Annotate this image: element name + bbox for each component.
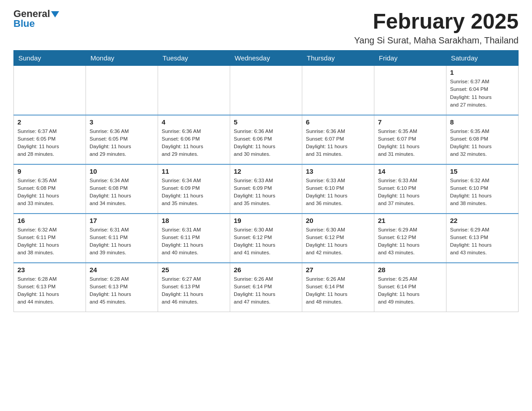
day-number: 8 (450, 118, 515, 126)
day-number: 15 (450, 167, 515, 175)
day-info: Sunrise: 6:28 AM Sunset: 6:13 PM Dayligh… (90, 275, 154, 306)
calendar-cell (302, 66, 374, 115)
calendar-cell: 23Sunrise: 6:28 AM Sunset: 6:13 PM Dayli… (14, 263, 86, 312)
day-info: Sunrise: 6:26 AM Sunset: 6:14 PM Dayligh… (306, 275, 370, 306)
day-info: Sunrise: 6:36 AM Sunset: 6:05 PM Dayligh… (90, 128, 154, 158)
calendar-week-row: 2Sunrise: 6:37 AM Sunset: 6:05 PM Daylig… (14, 115, 519, 164)
day-number: 13 (306, 167, 370, 175)
day-info: Sunrise: 6:28 AM Sunset: 6:13 PM Dayligh… (17, 275, 82, 306)
calendar-cell: 8Sunrise: 6:35 AM Sunset: 6:08 PM Daylig… (446, 115, 519, 164)
day-number: 3 (90, 118, 154, 126)
day-info: Sunrise: 6:33 AM Sunset: 6:10 PM Dayligh… (378, 177, 442, 208)
calendar-cell: 22Sunrise: 6:29 AM Sunset: 6:13 PM Dayli… (446, 214, 519, 263)
calendar-week-row: 1Sunrise: 6:37 AM Sunset: 6:04 PM Daylig… (14, 66, 519, 115)
day-info: Sunrise: 6:29 AM Sunset: 6:13 PM Dayligh… (450, 226, 515, 257)
day-of-week-header: Friday (374, 51, 446, 66)
calendar-cell: 27Sunrise: 6:26 AM Sunset: 6:14 PM Dayli… (302, 263, 374, 312)
calendar-cell: 12Sunrise: 6:33 AM Sunset: 6:09 PM Dayli… (230, 164, 302, 214)
calendar-week-row: 23Sunrise: 6:28 AM Sunset: 6:13 PM Dayli… (14, 263, 519, 312)
day-number: 11 (162, 167, 226, 175)
day-number: 22 (450, 217, 515, 224)
calendar-cell (158, 66, 230, 115)
day-number: 27 (306, 266, 370, 274)
calendar-cell: 21Sunrise: 6:29 AM Sunset: 6:12 PM Dayli… (374, 214, 446, 263)
day-info: Sunrise: 6:31 AM Sunset: 6:11 PM Dayligh… (162, 226, 226, 257)
day-number: 2 (17, 118, 82, 126)
day-info: Sunrise: 6:34 AM Sunset: 6:08 PM Dayligh… (90, 177, 154, 208)
day-number: 19 (234, 217, 298, 224)
day-number: 21 (378, 217, 442, 224)
day-of-week-header: Tuesday (158, 51, 230, 66)
day-info: Sunrise: 6:31 AM Sunset: 6:11 PM Dayligh… (90, 226, 154, 257)
day-info: Sunrise: 6:25 AM Sunset: 6:14 PM Dayligh… (378, 275, 442, 306)
calendar-cell: 1Sunrise: 6:37 AM Sunset: 6:04 PM Daylig… (446, 66, 519, 115)
calendar-title: February 2025 (354, 9, 519, 34)
day-info: Sunrise: 6:32 AM Sunset: 6:11 PM Dayligh… (17, 226, 82, 257)
page-header: General Blue February 2025 Yang Si Surat… (13, 9, 519, 46)
calendar-cell: 6Sunrise: 6:36 AM Sunset: 6:07 PM Daylig… (302, 115, 374, 164)
day-of-week-header: Sunday (14, 51, 86, 66)
calendar-week-row: 16Sunrise: 6:32 AM Sunset: 6:11 PM Dayli… (14, 214, 519, 263)
day-info: Sunrise: 6:37 AM Sunset: 6:05 PM Dayligh… (17, 128, 82, 158)
day-number: 10 (90, 167, 154, 175)
calendar-cell: 10Sunrise: 6:34 AM Sunset: 6:08 PM Dayli… (86, 164, 158, 214)
calendar-cell: 2Sunrise: 6:37 AM Sunset: 6:05 PM Daylig… (14, 115, 86, 164)
calendar-cell: 15Sunrise: 6:32 AM Sunset: 6:10 PM Dayli… (446, 164, 519, 214)
day-info: Sunrise: 6:32 AM Sunset: 6:10 PM Dayligh… (450, 177, 515, 208)
day-number: 17 (90, 217, 154, 224)
day-info: Sunrise: 6:37 AM Sunset: 6:04 PM Dayligh… (450, 78, 515, 109)
day-number: 26 (234, 266, 298, 274)
calendar-cell: 16Sunrise: 6:32 AM Sunset: 6:11 PM Dayli… (14, 214, 86, 263)
calendar-cell: 28Sunrise: 6:25 AM Sunset: 6:14 PM Dayli… (374, 263, 446, 312)
day-number: 16 (17, 217, 82, 224)
day-info: Sunrise: 6:36 AM Sunset: 6:06 PM Dayligh… (162, 128, 226, 158)
day-info: Sunrise: 6:34 AM Sunset: 6:09 PM Dayligh… (162, 177, 226, 208)
calendar-cell: 5Sunrise: 6:36 AM Sunset: 6:06 PM Daylig… (230, 115, 302, 164)
day-number: 9 (17, 167, 82, 175)
day-info: Sunrise: 6:36 AM Sunset: 6:07 PM Dayligh… (306, 128, 370, 158)
logo-blue-text: Blue (13, 18, 35, 29)
day-number: 18 (162, 217, 226, 224)
day-number: 28 (378, 266, 442, 274)
calendar-cell (14, 66, 86, 115)
calendar-cell: 26Sunrise: 6:26 AM Sunset: 6:14 PM Dayli… (230, 263, 302, 312)
day-number: 23 (17, 266, 82, 274)
day-number: 6 (306, 118, 370, 126)
calendar-table: SundayMondayTuesdayWednesdayThursdayFrid… (13, 50, 519, 312)
day-of-week-header: Wednesday (230, 51, 302, 66)
day-number: 5 (234, 118, 298, 126)
calendar-header-row: SundayMondayTuesdayWednesdayThursdayFrid… (14, 51, 519, 66)
day-of-week-header: Thursday (302, 51, 374, 66)
calendar-cell: 17Sunrise: 6:31 AM Sunset: 6:11 PM Dayli… (86, 214, 158, 263)
day-info: Sunrise: 6:27 AM Sunset: 6:13 PM Dayligh… (162, 275, 226, 306)
day-of-week-header: Saturday (446, 51, 519, 66)
calendar-cell: 14Sunrise: 6:33 AM Sunset: 6:10 PM Dayli… (374, 164, 446, 214)
day-info: Sunrise: 6:29 AM Sunset: 6:12 PM Dayligh… (378, 226, 442, 257)
calendar-cell (446, 263, 519, 312)
day-number: 14 (378, 167, 442, 175)
day-number: 12 (234, 167, 298, 175)
day-of-week-header: Monday (86, 51, 158, 66)
day-info: Sunrise: 6:33 AM Sunset: 6:09 PM Dayligh… (234, 177, 298, 208)
day-info: Sunrise: 6:30 AM Sunset: 6:12 PM Dayligh… (234, 226, 298, 257)
calendar-cell: 3Sunrise: 6:36 AM Sunset: 6:05 PM Daylig… (86, 115, 158, 164)
calendar-cell (230, 66, 302, 115)
calendar-cell: 20Sunrise: 6:30 AM Sunset: 6:12 PM Dayli… (302, 214, 374, 263)
day-number: 20 (306, 217, 370, 224)
day-number: 7 (378, 118, 442, 126)
day-info: Sunrise: 6:30 AM Sunset: 6:12 PM Dayligh… (306, 226, 370, 257)
logo-triangle-icon (51, 11, 59, 17)
calendar-cell: 18Sunrise: 6:31 AM Sunset: 6:11 PM Dayli… (158, 214, 230, 263)
day-info: Sunrise: 6:33 AM Sunset: 6:10 PM Dayligh… (306, 177, 370, 208)
calendar-cell: 13Sunrise: 6:33 AM Sunset: 6:10 PM Dayli… (302, 164, 374, 214)
calendar-cell: 25Sunrise: 6:27 AM Sunset: 6:13 PM Dayli… (158, 263, 230, 312)
calendar-cell: 24Sunrise: 6:28 AM Sunset: 6:13 PM Dayli… (86, 263, 158, 312)
day-number: 1 (450, 68, 515, 76)
calendar-cell: 4Sunrise: 6:36 AM Sunset: 6:06 PM Daylig… (158, 115, 230, 164)
day-info: Sunrise: 6:35 AM Sunset: 6:07 PM Dayligh… (378, 128, 442, 158)
calendar-cell (86, 66, 158, 115)
calendar-cell: 9Sunrise: 6:35 AM Sunset: 6:08 PM Daylig… (14, 164, 86, 214)
day-number: 25 (162, 266, 226, 274)
title-block: February 2025 Yang Si Surat, Maha Sarakh… (354, 9, 519, 46)
day-info: Sunrise: 6:36 AM Sunset: 6:06 PM Dayligh… (234, 128, 298, 158)
